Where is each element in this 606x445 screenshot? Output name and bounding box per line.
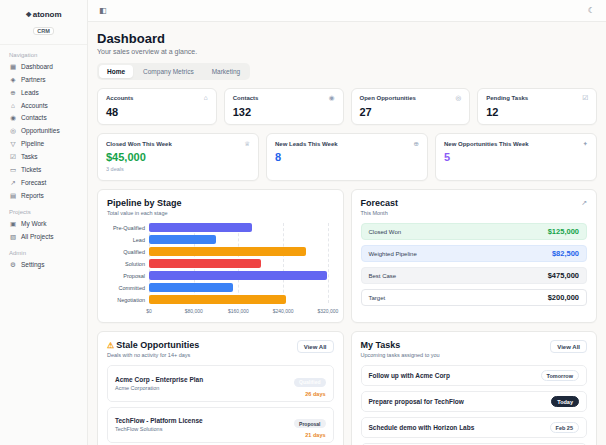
view-all-button[interactable]: View All: [297, 340, 334, 353]
chart-title: Pipeline by Stage: [107, 198, 334, 208]
stat-card-contacts: Contacts◉ 132: [224, 88, 344, 125]
ticket-icon: ▭: [9, 166, 17, 174]
target-icon: ◎: [456, 95, 462, 102]
stat-value: 132: [233, 106, 335, 118]
sidebar-item-accounts[interactable]: ⌂Accounts: [0, 99, 87, 111]
forecast-row-best-case: Best Case$475,000: [361, 267, 588, 284]
sidebar-item-label: My Work: [21, 220, 47, 227]
sidebar-item-label: Tickets: [21, 166, 41, 173]
sidebar-item-label: Partners: [21, 76, 46, 83]
sidebar-item-reports[interactable]: ▤Reports: [0, 189, 87, 202]
theme-toggle-icon[interactable]: ☾: [588, 7, 595, 15]
chart-category-label: Qualified: [107, 249, 149, 255]
sidebar-item-settings[interactable]: ⚙Settings: [0, 258, 87, 271]
sidebar-item-forecast[interactable]: ↗Forecast: [0, 176, 87, 189]
user-plus-icon: ⊕: [414, 141, 419, 148]
trend-icon: ↗: [9, 179, 17, 187]
stat-subtext: 3 deals: [106, 166, 250, 172]
view-all-button[interactable]: View All: [550, 340, 587, 353]
sidebar-item-label: Pipeline: [21, 140, 44, 147]
chart-subtitle: Total value in each stage: [107, 210, 334, 216]
sidebar-item-partners[interactable]: ◈Partners: [0, 73, 87, 86]
axis-tick: $320,000: [317, 308, 338, 314]
task-title: Follow up with Acme Corp: [369, 372, 450, 379]
app-badge: CRM: [33, 27, 54, 35]
my-tasks-card: My Tasks Upcoming tasks assigned to you …: [351, 331, 598, 445]
chart-category-label: Negotiation: [107, 297, 149, 303]
stale-subtitle: Deals with no activity for 14+ days: [107, 352, 199, 358]
sidebar-item-tickets[interactable]: ▭Tickets: [0, 163, 87, 176]
stat-value: 12: [486, 106, 588, 118]
axis-tick: $80,000: [185, 308, 203, 314]
check-square-icon: ☑: [9, 153, 17, 161]
sidebar-item-pipeline[interactable]: ▽Pipeline: [0, 137, 87, 150]
app-name: atonom: [33, 10, 62, 19]
chart-bar: [149, 259, 261, 268]
partners-icon: ◈: [9, 76, 17, 84]
stat-card-accounts: Accounts⌂ 48: [97, 88, 217, 125]
axis-tick: $0: [146, 308, 152, 314]
stat-card-pending-tasks: Pending Tasks☑ 12: [477, 88, 597, 125]
stat-card-closed-won-week: Closed Won This Week♕ $45,000 3 deals: [97, 133, 259, 182]
days-stale: 21 days: [294, 432, 325, 438]
sidebar-item-dashboard[interactable]: ▦Dashboard: [0, 60, 87, 73]
task-title: Prepare proposal for TechFlow: [369, 398, 464, 405]
forecast-row-target: Target$200,000: [361, 289, 588, 306]
chart-bar-row: Solution: [107, 259, 334, 268]
main-area: ◧ ☾ Dashboard Your sales overview at a g…: [88, 0, 606, 445]
target-icon: ◎: [9, 127, 17, 135]
forecast-label: Target: [369, 295, 386, 301]
trophy-icon: ♕: [244, 141, 250, 148]
sidebar-item-my-work[interactable]: ▣My Work: [0, 217, 87, 230]
app-logo: ❖atonom CRM: [0, 6, 87, 45]
stale-opportunity-item[interactable]: TechFlow - Platform LicenseTechFlow Solu…: [107, 407, 334, 444]
user-plus-icon: ⊕: [9, 89, 17, 97]
forecast-label: Best Case: [369, 273, 397, 279]
sidebar-item-opportunities[interactable]: ◎Opportunities: [0, 124, 87, 137]
forecast-label: Closed Won: [369, 229, 402, 235]
stale-opportunity-item[interactable]: Acme Corp - Enterprise PlanAcme Corporat…: [107, 365, 334, 402]
chart-bar-row: Proposal: [107, 271, 334, 280]
forecast-value: $82,500: [552, 249, 579, 258]
tab-company-metrics[interactable]: Company Metrics: [135, 65, 202, 78]
chart-bar-row: Pre-Qualified: [107, 223, 334, 232]
sidebar-item-leads[interactable]: ⊕Leads: [0, 86, 87, 99]
report-icon: ▤: [9, 192, 17, 200]
tab-marketing[interactable]: Marketing: [204, 65, 249, 78]
chart-x-axis: $0 $80,000 $160,000 $240,000 $320,000: [149, 307, 334, 315]
sparkles-icon: ✦: [583, 141, 588, 148]
opportunity-title: Acme Corp - Enterprise Plan: [115, 376, 203, 383]
stat-value: 5: [444, 151, 588, 163]
stat-value: 8: [275, 151, 419, 163]
sidebar-item-all-projects[interactable]: ▧All Projects: [0, 230, 87, 243]
users-icon: ◉: [9, 114, 17, 122]
page-title: Dashboard: [97, 31, 597, 46]
sidebar: ❖atonom CRM Navigation ▦Dashboard ◈Partn…: [0, 0, 88, 445]
stale-opportunities-card: ⚠Stale Opportunities Deals with no activ…: [97, 331, 344, 445]
task-item[interactable]: Schedule demo with Horizon LabsFeb 25: [361, 417, 588, 438]
stat-label: New Opportunities This Week: [444, 141, 529, 147]
sidebar-toggle-icon[interactable]: ◧: [99, 7, 107, 15]
sidebar-section-projects: Projects: [0, 209, 87, 217]
sidebar-item-tasks[interactable]: ☑Tasks: [0, 150, 87, 163]
stat-label: Accounts: [106, 95, 133, 101]
funnel-icon: ▽: [9, 140, 17, 148]
tasks-title: My Tasks: [361, 340, 440, 350]
task-item[interactable]: Prepare proposal for TechFlowToday: [361, 391, 588, 412]
sidebar-item-contacts[interactable]: ◉Contacts: [0, 111, 87, 124]
tab-home[interactable]: Home: [99, 65, 133, 78]
stage-badge: Qualified: [294, 378, 325, 387]
warning-icon: ⚠: [107, 341, 114, 350]
task-item[interactable]: Follow up with Acme CorpTomorrow: [361, 365, 588, 386]
sidebar-section-navigation: Navigation: [0, 52, 87, 60]
folder-icon: ▧: [9, 233, 17, 241]
stat-label: Contacts: [233, 95, 259, 101]
chart-bar-row: Committed: [107, 283, 334, 292]
building-icon: ⌂: [9, 102, 17, 109]
due-badge: Feb 25: [550, 422, 579, 433]
chart-bar-row: Qualified: [107, 247, 334, 256]
stat-card-new-opportunities-week: New Opportunities This Week✦ 5: [435, 133, 597, 182]
sidebar-item-label: Contacts: [21, 114, 47, 121]
chart-category-label: Solution: [107, 261, 149, 267]
chart-bar: [149, 283, 233, 292]
